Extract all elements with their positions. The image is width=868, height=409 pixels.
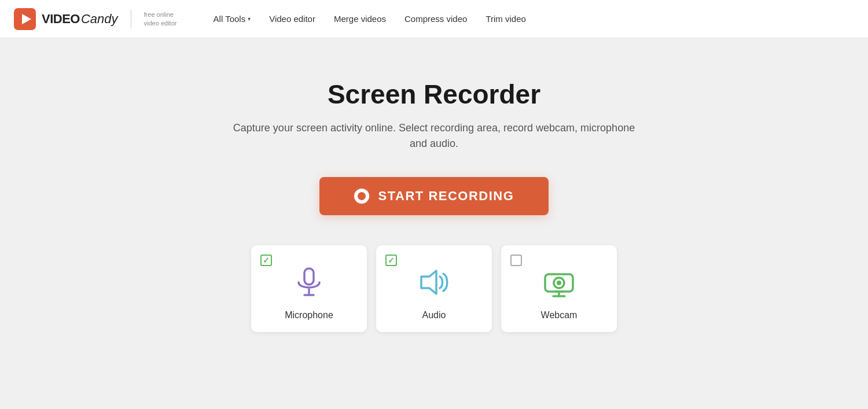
- microphone-icon-area: [263, 264, 355, 301]
- nav-all-tools[interactable]: All Tools ▾: [214, 14, 251, 24]
- webcam-checkbox[interactable]: [510, 255, 522, 266]
- checked-icon: [385, 255, 397, 266]
- checked-icon: [260, 255, 272, 266]
- record-dot-icon: [354, 189, 369, 204]
- logo-video: VIDEO: [42, 13, 80, 25]
- logo-candy: Candy: [81, 13, 118, 25]
- audio-checkbox[interactable]: [385, 255, 397, 266]
- microphone-card[interactable]: Microphone: [251, 245, 367, 332]
- webcam-card[interactable]: Webcam: [501, 245, 617, 332]
- chevron-down-icon: ▾: [248, 16, 251, 22]
- site-header: VIDEO Candy free online video editor All…: [0, 0, 868, 38]
- logo-link[interactable]: VIDEO Candy free online video editor: [14, 8, 190, 30]
- nav-merge-videos[interactable]: Merge videos: [334, 14, 386, 24]
- svg-rect-2: [304, 268, 314, 285]
- page-title: Screen Recorder: [328, 79, 540, 110]
- main-content: Screen Recorder Capture your screen acti…: [0, 38, 868, 409]
- webcam-icon-area: [513, 264, 605, 301]
- microphone-label: Microphone: [263, 310, 355, 320]
- audio-card[interactable]: Audio: [376, 245, 492, 332]
- microphone-icon: [290, 264, 328, 301]
- svg-point-8: [557, 281, 561, 285]
- webcam-icon: [540, 264, 578, 301]
- nav-compress-video[interactable]: Compress video: [404, 14, 467, 24]
- start-recording-label: START RECORDING: [378, 189, 514, 204]
- audio-label: Audio: [388, 310, 480, 320]
- main-nav: All Tools ▾ Video editor Merge videos Co…: [214, 14, 526, 24]
- microphone-checkbox[interactable]: [260, 255, 272, 266]
- recording-options: Microphone Audio: [251, 245, 617, 332]
- page-subtitle: Capture your screen activity online. Sel…: [231, 120, 637, 152]
- logo-tagline: free online video editor: [144, 10, 190, 27]
- logo-divider: [131, 10, 131, 28]
- audio-icon-area: [388, 264, 480, 301]
- webcam-label: Webcam: [513, 310, 605, 320]
- nav-video-editor[interactable]: Video editor: [269, 14, 315, 24]
- svg-marker-5: [421, 271, 436, 294]
- unchecked-icon: [510, 255, 522, 266]
- start-recording-button[interactable]: START RECORDING: [319, 177, 549, 215]
- nav-trim-video[interactable]: Trim video: [486, 14, 525, 24]
- logo-text: VIDEO Candy: [42, 13, 118, 25]
- audio-icon: [415, 264, 453, 301]
- logo-icon: [14, 8, 36, 30]
